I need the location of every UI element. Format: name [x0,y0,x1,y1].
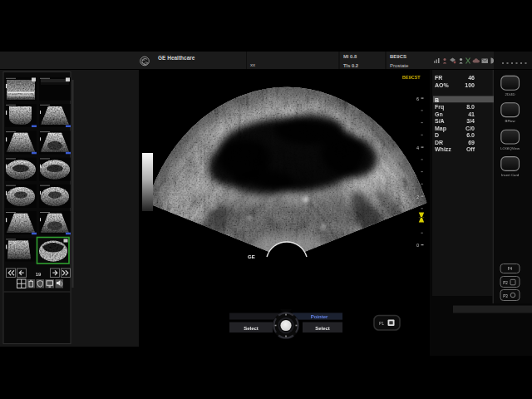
svg-text:TIs 0.2: TIs 0.2 [343,63,358,68]
svg-text:P1: P1 [379,322,384,326]
svg-text:19: 19 [36,272,42,277]
svg-text:Insert Card: Insert Card [501,173,520,177]
svg-text:2: 2 [416,195,419,200]
svg-text:Frq: Frq [435,104,444,111]
svg-text:Off: Off [466,146,475,152]
svg-text:D: D [435,132,439,138]
svg-text:100: 100 [465,82,475,88]
svg-text:DR: DR [435,140,443,145]
svg-text:FR: FR [435,75,442,81]
svg-text:Select: Select [244,326,259,331]
svg-text:Map: Map [435,126,446,132]
svg-text:0: 0 [416,243,419,248]
svg-text:BFlow: BFlow [505,119,516,123]
svg-text:MI 0.8: MI 0.8 [343,54,357,59]
svg-text:F4: F4 [508,267,513,271]
svg-text:B: B [435,97,439,103]
svg-text:41: 41 [468,111,475,117]
svg-text:C/0: C/0 [466,126,475,131]
svg-text:AO%: AO% [435,82,450,88]
svg-text:69: 69 [468,140,475,145]
svg-text:GE: GE [248,254,255,259]
svg-text:Select: Select [315,326,330,331]
svg-text:S/A: S/A [435,118,445,124]
svg-text:LOGIQView: LOGIQView [500,146,520,150]
svg-text:46: 46 [468,75,475,81]
svg-text:6.0: 6.0 [466,132,475,138]
svg-text:BE9CS: BE9CS [390,54,406,59]
svg-text:6: 6 [416,96,419,101]
svg-text:3/4: 3/4 [466,118,475,124]
svg-text:4: 4 [416,145,419,150]
svg-text:P2: P2 [503,281,508,285]
svg-text:xx: xx [250,62,255,67]
svg-text:Pointer: Pointer [311,314,328,319]
svg-text:P3: P3 [503,294,508,298]
svg-text:8.0: 8.0 [466,104,475,110]
svg-text:Prostate: Prostate [390,63,409,68]
svg-text:Gn: Gn [435,111,443,117]
svg-text:2D/4D: 2D/4D [505,92,515,96]
svg-text:GE Healthcare: GE Healthcare [158,55,195,61]
svg-text:Whizz: Whizz [435,146,451,152]
svg-text:BE9CST: BE9CST [402,75,421,80]
